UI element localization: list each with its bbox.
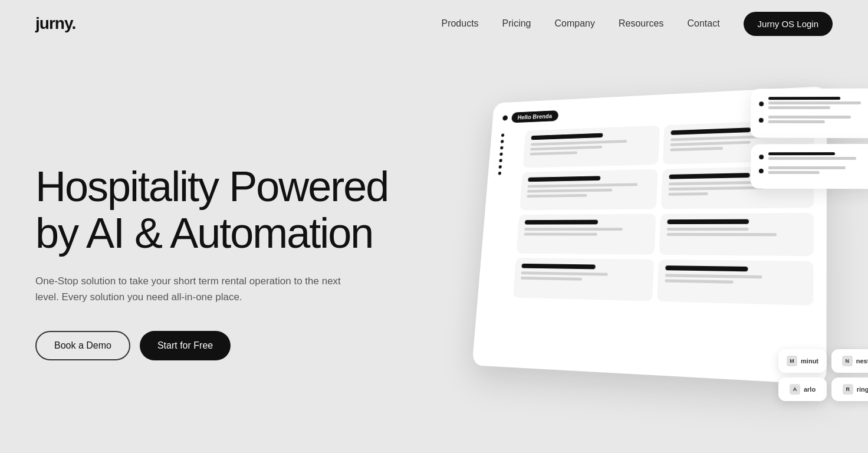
card-header-bar — [670, 127, 751, 135]
sidebar-dot — [500, 146, 504, 150]
rc-line — [768, 97, 840, 100]
minut-icon: M — [787, 356, 797, 366]
right-card-2 — [751, 144, 868, 189]
nav-company[interactable]: Company — [555, 18, 595, 28]
integration-chip-minut: M minut — [778, 349, 827, 373]
nav-contact[interactable]: Contact — [687, 18, 719, 28]
card-header-bar — [531, 133, 603, 140]
right-card-row — [759, 166, 868, 176]
rc-line — [768, 116, 851, 119]
rc-line — [768, 120, 825, 123]
card-line — [527, 189, 612, 193]
right-card-row — [759, 116, 868, 125]
card-line — [524, 233, 597, 236]
integration-chip-nest: N nest — [831, 349, 868, 373]
dashboard-card — [657, 260, 813, 306]
rc-line — [768, 152, 835, 155]
nav-resources[interactable]: Resources — [619, 18, 663, 28]
right-panel — [750, 88, 868, 195]
integration-chip-arlo: A arlo — [778, 378, 827, 401]
rc-lines — [768, 166, 868, 176]
rc-line — [768, 106, 830, 109]
integration-chips: M minut N nest A arlo R ring — [778, 349, 868, 401]
dashboard-card — [523, 126, 660, 168]
hero-title-line2: by AI & Automation — [35, 209, 373, 257]
hero-section: Hospitality Powered by AI & Automation O… — [0, 47, 868, 453]
rc-dot — [759, 155, 764, 159]
sidebar-dot — [499, 153, 503, 156]
arlo-icon: A — [790, 384, 800, 395]
hero-title: Hospitality Powered by AI & Automation — [35, 163, 388, 257]
hero-visual: Hello Brenda — [432, 59, 868, 436]
rc-line — [768, 166, 846, 169]
rc-dot — [759, 101, 764, 106]
logo[interactable]: jurny. — [35, 14, 75, 33]
card-header-bar — [665, 265, 748, 271]
hero-title-line1: Hospitality Powered — [35, 163, 388, 210]
rc-lines — [768, 116, 868, 125]
rc-lines — [768, 152, 868, 162]
arlo-label: arlo — [804, 386, 816, 393]
rc-dot — [759, 169, 764, 173]
rc-dot — [759, 118, 764, 123]
sidebar-dot — [501, 140, 504, 143]
card-header-bar — [521, 264, 595, 270]
card-line — [668, 192, 708, 196]
right-card-1 — [751, 88, 868, 138]
rc-lines — [768, 97, 868, 111]
book-demo-button[interactable]: Book a Demo — [35, 331, 130, 360]
dashboard-card — [659, 213, 814, 257]
sidebar-dot — [501, 134, 504, 137]
card-header-bar — [528, 176, 600, 182]
dash-dot — [502, 115, 508, 120]
card-header-bar — [525, 220, 598, 225]
start-free-button[interactable]: Start for Free — [140, 331, 231, 360]
dashboard-card — [513, 258, 654, 301]
dashboard-card — [520, 169, 658, 211]
right-card-row — [759, 152, 868, 162]
card-line — [524, 228, 623, 231]
nest-label: nest — [856, 357, 868, 365]
card-line — [665, 279, 733, 283]
nav-pricing[interactable]: Pricing — [502, 18, 531, 28]
card-line — [521, 271, 608, 275]
card-line — [530, 152, 578, 156]
navigation: jurny. Products Pricing Company Resource… — [0, 0, 868, 47]
logo-text: jurny. — [35, 14, 75, 32]
card-line — [527, 183, 637, 188]
nest-icon: N — [842, 356, 853, 366]
sidebar-dot — [498, 172, 502, 175]
card-line — [670, 141, 751, 146]
dashboard-card — [517, 214, 656, 254]
card-line — [670, 147, 723, 152]
hero-text: Hospitality Powered by AI & Automation O… — [35, 163, 388, 361]
right-card-row — [759, 97, 868, 111]
rc-line — [768, 171, 820, 174]
sidebar-dot — [498, 165, 502, 169]
card-line — [667, 233, 777, 236]
card-line — [527, 194, 587, 198]
card-line — [669, 186, 764, 191]
ring-icon: R — [843, 384, 853, 395]
hero-buttons: Book a Demo Start for Free — [35, 331, 388, 360]
ring-label: ring — [857, 386, 868, 393]
card-header-bar — [669, 173, 749, 179]
dashboard-greeting: Hello Brenda — [511, 110, 558, 123]
minut-label: minut — [801, 357, 818, 365]
login-button[interactable]: Jurny OS Login — [744, 12, 833, 36]
card-line — [665, 274, 762, 278]
dashboard-cards-left — [513, 126, 660, 301]
integration-chip-ring: R ring — [831, 378, 868, 401]
card-line — [667, 228, 749, 231]
nav-links: Products Pricing Company Resources Conta… — [441, 12, 833, 36]
rc-line — [768, 157, 856, 160]
card-header-bar — [667, 219, 749, 224]
card-line — [521, 277, 582, 281]
rc-line — [768, 101, 862, 104]
nav-products[interactable]: Products — [441, 18, 478, 28]
card-line — [530, 146, 602, 150]
hero-subtitle: One-Stop solution to take your short ter… — [35, 273, 348, 305]
card-line — [531, 140, 627, 146]
sidebar-dot — [499, 159, 502, 162]
